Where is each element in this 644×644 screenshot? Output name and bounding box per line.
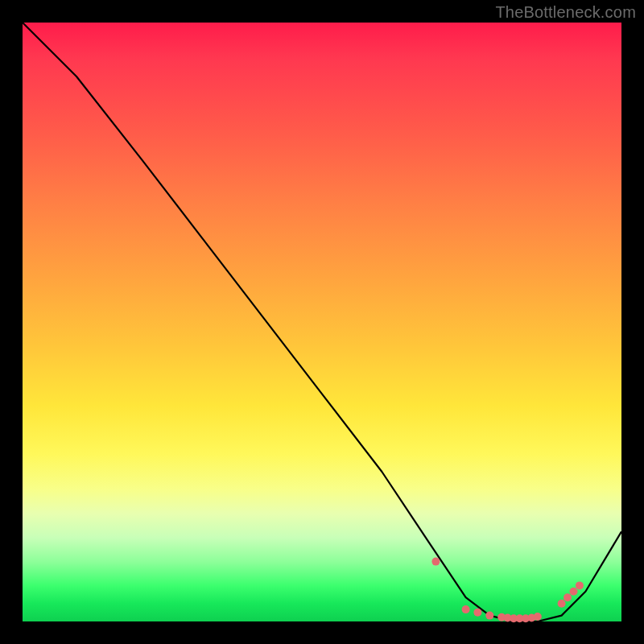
marker-point — [570, 588, 578, 596]
chart-frame: TheBottleneck.com — [0, 0, 644, 644]
marker-point — [564, 593, 572, 601]
marker-point — [431, 558, 440, 566]
marker-point — [462, 605, 470, 613]
marker-point — [576, 581, 584, 589]
highlight-markers — [431, 558, 584, 623]
plot-area — [23, 23, 621, 621]
chart-overlay — [23, 23, 621, 621]
marker-point — [473, 609, 481, 617]
bottleneck-curve — [23, 23, 621, 621]
marker-point — [558, 600, 566, 608]
marker-point — [485, 612, 493, 620]
marker-point — [534, 613, 542, 621]
watermark-text: TheBottleneck.com — [495, 3, 636, 22]
